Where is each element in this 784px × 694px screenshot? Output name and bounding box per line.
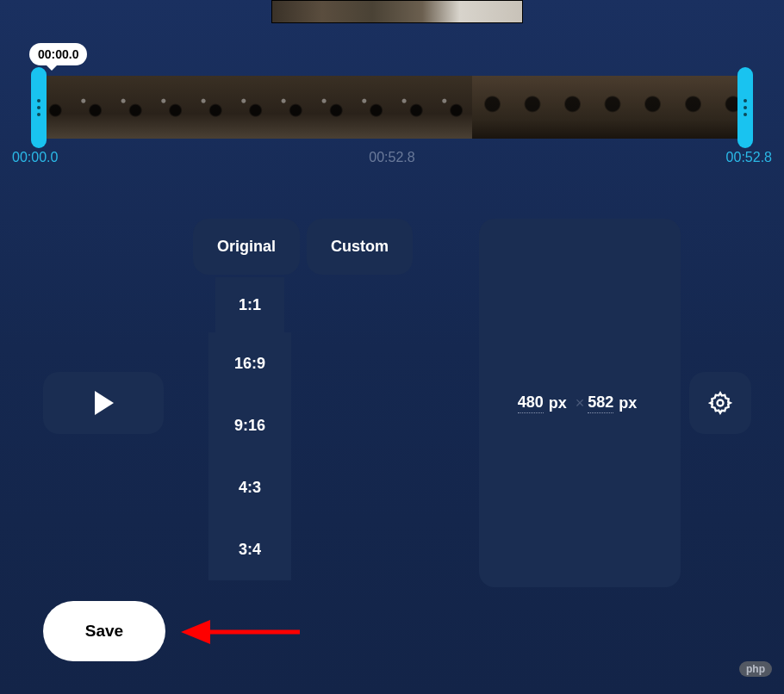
filmstrip-thumb[interactable] (152, 76, 192, 139)
ratio-option-9-16[interactable]: 9:16 (208, 394, 291, 456)
filmstrip-thumb[interactable] (72, 76, 112, 139)
filmstrip-thumb[interactable] (312, 76, 352, 139)
time-start-label: 00:00.0 (12, 150, 58, 165)
svg-marker-0 (95, 391, 114, 415)
width-unit: px (549, 394, 567, 412)
video-preview-frame (271, 0, 523, 23)
filmstrip-thumb[interactable] (593, 76, 633, 139)
time-end-label: 00:52.8 (726, 150, 772, 165)
filmstrip-thumb[interactable] (111, 76, 152, 139)
filmstrip-thumb[interactable] (432, 76, 473, 139)
trim-handle-left[interactable] (31, 67, 47, 148)
aspect-controls: Original Custom 1:116:99:164:33:4 480 px… (193, 219, 638, 589)
timeline-position-tooltip: 00:00.0 (29, 43, 87, 65)
filmstrip-thumb[interactable] (513, 76, 553, 139)
ratio-option-3-4[interactable]: 3:4 (208, 518, 291, 580)
play-button[interactable] (43, 372, 164, 434)
play-icon (93, 391, 114, 415)
filmstrip-thumb[interactable] (632, 76, 673, 139)
dimensions-panel: 480 px × 582 px (479, 219, 681, 587)
tab-original[interactable]: Original (193, 219, 300, 275)
filmstrip-thumb[interactable] (673, 76, 713, 139)
svg-point-1 (718, 400, 724, 406)
filmstrip-thumb[interactable] (352, 76, 393, 139)
height-value[interactable]: 582 (588, 393, 613, 413)
filmstrip-thumb[interactable] (552, 76, 593, 139)
height-unit: px (619, 394, 637, 412)
filmstrip-thumb[interactable] (232, 76, 272, 139)
ratio-option-16-9[interactable]: 16:9 (208, 332, 291, 394)
svg-marker-3 (181, 620, 210, 644)
filmstrip[interactable] (31, 76, 753, 139)
filmstrip-thumb[interactable] (191, 76, 232, 139)
filmstrip-thumb[interactable] (271, 76, 312, 139)
save-button[interactable]: Save (43, 601, 165, 661)
time-mid-label: 00:52.8 (369, 150, 414, 165)
arrow-annotation-icon (181, 615, 302, 649)
php-badge: php (739, 661, 772, 677)
controls: Original Custom 1:116:99:164:33:4 480 px… (43, 219, 741, 589)
filmstrip-thumb[interactable] (392, 76, 432, 139)
drag-dots-icon (37, 99, 40, 116)
ratio-option-1-1[interactable]: 1:1 (215, 277, 284, 332)
trim-handle-right[interactable] (737, 67, 753, 148)
time-labels: 00:00.0 00:52.8 00:52.8 (12, 150, 772, 165)
width-value[interactable]: 480 (518, 393, 544, 413)
tab-custom[interactable]: Custom (307, 219, 413, 275)
gear-icon (708, 391, 732, 415)
ratio-option-4-3[interactable]: 4:3 (208, 456, 291, 518)
filmstrip-thumb[interactable] (472, 76, 513, 139)
drag-dots-icon (744, 99, 747, 116)
watermark: php (739, 661, 777, 677)
dimension-separator-icon: × (576, 394, 585, 412)
settings-button[interactable] (689, 372, 751, 434)
ratio-list: 1:116:99:164:33:4 (208, 277, 291, 580)
